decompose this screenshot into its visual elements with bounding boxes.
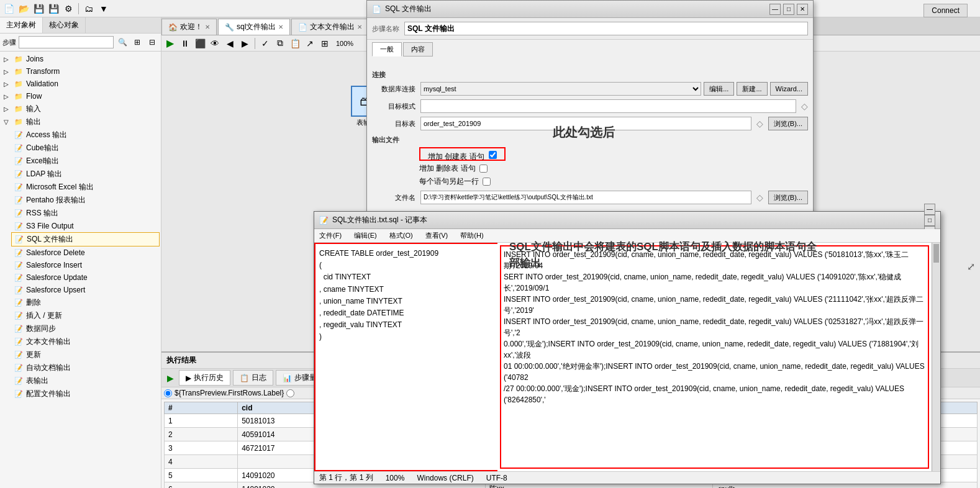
save-icon[interactable]: 💾: [32, 2, 45, 15]
tree-item-data-sync[interactable]: 📝 数据同步: [11, 322, 160, 335]
edit-btn[interactable]: 编辑...: [704, 82, 734, 96]
new-btn[interactable]: 新建...: [737, 82, 767, 96]
check-icon[interactable]: ✓: [259, 37, 271, 50]
browse-table-btn[interactable]: 浏览(B)...: [768, 117, 808, 130]
modal-tab-general[interactable]: 一般: [372, 42, 402, 56]
tree-item-flow[interactable]: ▷ 📁 Flow: [1, 90, 160, 102]
collapse-icon[interactable]: ⊟: [146, 36, 158, 48]
step-label: 步骤: [2, 38, 16, 47]
tree-item-access-output[interactable]: 📝 Access 输出: [11, 129, 160, 142]
search-icon[interactable]: 🔍: [116, 36, 129, 48]
modal-tabs: 一般 内容: [372, 42, 808, 56]
tree-item-excel-output[interactable]: 📝 Excel输出: [11, 155, 160, 168]
each-line-checkbox[interactable]: [483, 178, 491, 186]
modal-titlebar: 📄 SQL 文件输出 — □ ✕: [367, 1, 813, 18]
eye-icon[interactable]: 👁: [209, 37, 221, 50]
output-section: 📝 Access 输出 📝 Cube输出 📝 Excel输出 📝 LDAP 输出…: [1, 129, 160, 400]
tab-exec-history[interactable]: ▶ 执行历史: [179, 370, 230, 386]
tab-log[interactable]: 📋 日志: [233, 370, 273, 386]
tree-item-transform[interactable]: ▷ 📁 Transform: [1, 65, 160, 78]
run-icon[interactable]: ▶: [164, 37, 176, 50]
folder-icon: 📁: [14, 66, 24, 76]
close-welcome-tab[interactable]: ✕: [205, 24, 210, 30]
step-icon: 📝: [14, 389, 24, 399]
db-connection-label: 数据库连接: [372, 84, 415, 94]
tree-item-pentaho[interactable]: 📝 Pentaho 报表输出: [11, 194, 160, 207]
layers-icon[interactable]: 🗂: [83, 2, 95, 15]
table-row: 514091020陈xx超跌反...: [165, 469, 978, 482]
tab-icon: 📄: [298, 23, 307, 32]
tree-item-sf-insert[interactable]: 📝 Salesforce Insert: [11, 259, 160, 271]
tree-item-cube-output[interactable]: 📝 Cube输出: [11, 142, 160, 155]
tree-item-delete[interactable]: 📝 删除: [11, 296, 160, 309]
tree-item-sf-update[interactable]: 📝 Salesforce Update: [11, 271, 160, 284]
add-create-checkbox[interactable]: [489, 151, 497, 159]
step-icon: 📝: [14, 273, 24, 282]
tab-sql-output[interactable]: 🔧 sql文件输出 ✕: [218, 19, 290, 35]
left-panel: 主对象树 核心对象 步骤 🔍 ⊞ ⊟ ▷ 📁 Joins ▷ 📁 Transfo…: [0, 17, 161, 488]
target-schema-label: 目标模式: [372, 102, 415, 111]
add-create-btn[interactable]: 增加 创建表 语句: [419, 147, 506, 161]
tree-item-text-output[interactable]: 📝 文本文件输出: [11, 335, 160, 348]
table-row: 240591014陈x超跌反弹...: [165, 428, 978, 441]
db-connection-select[interactable]: mysql_test: [420, 82, 701, 96]
search-input[interactable]: [19, 36, 114, 48]
expand-icon[interactable]: ⊞: [131, 36, 143, 48]
file-name-input[interactable]: [420, 191, 751, 204]
save-as-icon[interactable]: 💾: [47, 2, 60, 15]
tree-item-sql-output[interactable]: 📝 SQL 文件输出: [11, 232, 160, 246]
tree-item-output[interactable]: ▽ 📁 输出: [1, 115, 160, 129]
tree-item-validation[interactable]: ▷ 📁 Validation: [1, 78, 160, 90]
minimize-btn[interactable]: —: [769, 4, 781, 15]
db-connection-row: 数据库连接 mysql_test 编辑... 新建... Wizard...: [372, 82, 808, 96]
back-icon[interactable]: ◀: [224, 37, 236, 50]
tree-item-insert-update[interactable]: 📝 插入 / 更新: [11, 309, 160, 322]
open-icon[interactable]: 📂: [17, 2, 30, 15]
tab-preview[interactable]: 📈 预览: [326, 370, 366, 386]
tree-item-rss[interactable]: 📝 RSS 输出: [11, 207, 160, 220]
close-sql-tab[interactable]: ✕: [278, 24, 283, 30]
arrow-icon[interactable]: ▼: [98, 2, 110, 15]
tree-item-sf-upsert[interactable]: 📝 Salesforce Upsert: [11, 284, 160, 296]
tree-item-s3[interactable]: 📝 S3 File Output: [11, 220, 160, 232]
modal-tab-content[interactable]: 内容: [403, 42, 433, 56]
fwd-icon[interactable]: ▶: [238, 37, 251, 50]
tree-item-auto-doc[interactable]: 📝 自动文档输出: [11, 361, 160, 374]
filter-radio1[interactable]: [164, 389, 172, 397]
step-icon[interactable]: ⬛: [194, 37, 206, 50]
add-delete-checkbox[interactable]: [479, 165, 488, 173]
tab-main-objects[interactable]: 主对象树: [0, 17, 43, 33]
filter-radio2[interactable]: [286, 389, 294, 397]
paste-icon[interactable]: 📋: [289, 37, 301, 50]
tab-text-output[interactable]: 📄 文本文件输出 ✕: [291, 19, 369, 35]
tree-item-sf-delete[interactable]: 📝 Salesforce Delete: [11, 246, 160, 259]
tree-item-table-output[interactable]: 📝 表输出: [11, 374, 160, 387]
step-icon: 📝: [14, 221, 24, 231]
tab-welcome[interactable]: 🏠 欢迎！ ✕: [161, 19, 217, 35]
settings-icon[interactable]: ⚙: [62, 2, 75, 15]
new-icon[interactable]: 📄: [2, 2, 15, 15]
close-btn[interactable]: ✕: [797, 4, 808, 15]
tree-item-joins[interactable]: ▷ 📁 Joins: [1, 53, 160, 65]
tree-item-input[interactable]: ▷ 📁 输入: [1, 102, 160, 115]
tree-item-ldap-output[interactable]: 📝 LDAP 输出: [11, 168, 160, 181]
tree-item-update[interactable]: 📝 更新: [11, 348, 160, 361]
tab-core-objects[interactable]: 核心对象: [43, 17, 86, 33]
expand2-icon[interactable]: ⊞: [319, 37, 331, 50]
share-icon[interactable]: ↗: [304, 37, 316, 50]
target-table-row: 目标表 ◇ 浏览(B)...: [372, 117, 808, 130]
target-schema-input[interactable]: [420, 99, 796, 113]
tree-item-ms-excel[interactable]: 📝 Microsoft Excel 输出: [11, 181, 160, 194]
run-small-icon[interactable]: ▶: [164, 372, 176, 384]
step-name-input[interactable]: [404, 22, 808, 35]
target-table-input[interactable]: [420, 117, 751, 130]
maximize-btn[interactable]: □: [783, 4, 794, 15]
browse-file-btn[interactable]: 浏览(B)...: [768, 191, 808, 204]
copy-icon[interactable]: ⧉: [274, 37, 286, 50]
wizard-btn[interactable]: Wizard...: [770, 82, 808, 96]
tree-item-config-output[interactable]: 📝 配置文件输出: [11, 387, 160, 400]
add-create-row: 增加 创建表 语句: [372, 147, 808, 161]
close-text-tab[interactable]: ✕: [357, 24, 362, 30]
tab-steps[interactable]: 📊 步骤量: [276, 370, 324, 386]
stop-icon[interactable]: ⏸: [179, 37, 191, 50]
